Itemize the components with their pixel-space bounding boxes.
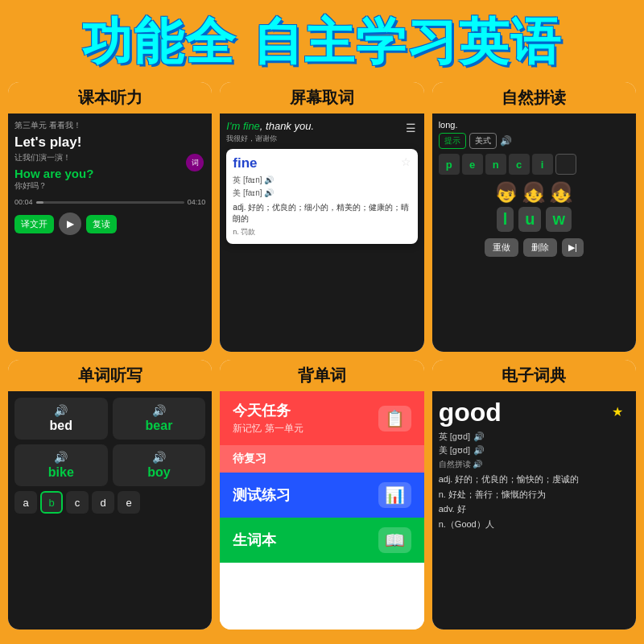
- progress-fill: [36, 201, 43, 204]
- ziran-kids: 👦 👧 👧: [439, 181, 630, 204]
- beidan-vocab-icon: 📖: [378, 527, 411, 553]
- beidan-today-content: 今天任务 新记忆 第一单元: [233, 401, 303, 436]
- keben-line2-cn: 你好吗？: [14, 180, 205, 192]
- keben-progress: 00:04 04:10: [14, 198, 205, 206]
- keben-line1-cn: 让我们演一演！: [14, 152, 205, 163]
- ziran-style-btn[interactable]: 美式: [469, 133, 497, 149]
- progress-bar: [36, 201, 184, 204]
- letter-c: c: [509, 154, 530, 175]
- letter-i: i: [532, 154, 553, 175]
- word-grid: 🔊 bed 🔊 bear 🔊 bike 🔊 boy: [14, 398, 205, 486]
- kid-3: 👧: [549, 181, 573, 204]
- ziran-top-buttons: 提示 美式 🔊: [439, 133, 630, 149]
- keben-btn-translate[interactable]: 译文开: [14, 215, 54, 233]
- beidan-item-today[interactable]: 今天任务 新记忆 第一单元 📋: [220, 391, 423, 445]
- card-ziran: 自然拼读 long. 提示 美式 🔊 p e n c i 👦 👧 👧: [432, 82, 636, 352]
- ziran-redo-btn[interactable]: 重做: [485, 238, 518, 257]
- alpha-b[interactable]: b: [40, 491, 63, 514]
- popup-word: fine: [233, 155, 411, 171]
- beidan-today-label: 今天任务: [233, 401, 303, 420]
- ziran-char-u[interactable]: u: [518, 207, 541, 232]
- word-btn-bed[interactable]: 🔊 bed: [14, 398, 108, 440]
- word-btn-bear[interactable]: 🔊 bear: [113, 398, 206, 440]
- card-keben: 课本听力 第三单元 看看我！ Let's play! 让我们演一演！ How a…: [8, 82, 212, 352]
- ziran-top-text: long.: [439, 120, 630, 130]
- ziran-hint-btn[interactable]: 提示: [439, 133, 466, 149]
- speaker-icon-boy: 🔊: [152, 451, 166, 464]
- speaker-icon-bike: 🔊: [54, 451, 68, 464]
- pingmu-popup: ☆ fine 英 [faɪn] 🔊 美 [faɪn] 🔊 adj. 好的；优良的…: [226, 149, 417, 244]
- card-pingmu-title: 屏幕取词: [220, 82, 423, 114]
- card-pingmu: 屏幕取词 ☰ I'm fine, thank you. 我很好，谢谢你 ☆ fi…: [220, 82, 423, 352]
- dict-speaker-uk: 🔊: [473, 431, 485, 442]
- speaker-icon-bed: 🔊: [54, 404, 68, 417]
- card-danci: 单词听写 🔊 bed 🔊 bear 🔊 bike 🔊 boy: [8, 360, 212, 630]
- beidan-item-test[interactable]: 测试练习 📊: [220, 473, 423, 518]
- popup-def1: adj. 好的；优良的；细小的，精美的；健康的；晴朗的: [233, 202, 411, 225]
- card-danci-title: 单词听写: [8, 360, 212, 391]
- card-dianzi-body: ★ good 英 [gʊd] 🔊 美 [gʊd] 🔊 自然拼读 🔊 adj. 好…: [432, 391, 636, 630]
- word-btn-boy[interactable]: 🔊 boy: [113, 444, 206, 486]
- keben-btn-play[interactable]: ▶: [59, 213, 81, 235]
- ziran-delete-btn[interactable]: 删除: [523, 238, 557, 257]
- ziran-chars: l u w: [439, 207, 630, 232]
- card-keben-title: 课本听力: [8, 82, 212, 114]
- word-text-bike: bike: [48, 465, 74, 480]
- beidan-review-label: 待复习: [233, 452, 266, 466]
- keben-time-current: 00:04: [14, 198, 33, 206]
- keben-controls: 译文开 ▶ 复读: [14, 213, 205, 235]
- letter-empty: [555, 154, 576, 175]
- alpha-e[interactable]: e: [118, 491, 140, 514]
- letter-p: p: [439, 154, 460, 175]
- beidan-test-label: 测试练习: [233, 485, 291, 505]
- ziran-next-btn[interactable]: ▶|: [562, 238, 584, 257]
- keben-btn-repeat[interactable]: 复读: [86, 215, 117, 233]
- speaker-icon-bear: 🔊: [152, 404, 166, 417]
- dict-def1: adj. 好的；优良的；愉快的；虔诚的: [439, 473, 630, 486]
- word-btn-bike[interactable]: 🔊 bike: [14, 444, 108, 486]
- card-beidan: 背单词 今天任务 新记忆 第一单元 📋 待复习 测试练习 📊 生词本 📖: [220, 360, 423, 630]
- page-title: 功能全 自主学习英语: [82, 14, 561, 69]
- card-danci-body: 🔊 bed 🔊 bear 🔊 bike 🔊 boy a b: [8, 391, 212, 630]
- pingmu-sentence: I'm fine, thank you.: [226, 120, 417, 132]
- dict-word: good: [439, 398, 630, 427]
- letter-e: e: [462, 154, 483, 175]
- alpha-d[interactable]: d: [92, 491, 114, 514]
- word-text-bed: bed: [50, 419, 72, 433]
- ziran-char-w[interactable]: w: [546, 207, 572, 232]
- popup-star-icon: ☆: [401, 155, 411, 168]
- beidan-item-review[interactable]: 待复习: [220, 445, 423, 473]
- keben-line1: Let's play!: [14, 134, 205, 151]
- card-dianzi-title: 电子词典: [432, 360, 636, 391]
- dict-natural-label: 自然拼读 🔊: [439, 459, 630, 470]
- card-dianzi: 电子词典 ★ good 英 [gʊd] 🔊 美 [gʊd] 🔊 自然拼读 🔊 a…: [432, 360, 636, 630]
- card-beidan-body: 今天任务 新记忆 第一单元 📋 待复习 测试练习 📊 生词本 📖: [220, 391, 423, 630]
- card-keben-body: 第三单元 看看我！ Let's play! 让我们演一演！ How are yo…: [8, 114, 212, 352]
- alpha-row: a b c d e: [14, 491, 205, 514]
- ziran-controls: 重做 删除 ▶|: [439, 238, 630, 257]
- keben-time-total: 04:10: [188, 198, 206, 206]
- popup-phonetic-uk: 英 [faɪn] 🔊: [233, 175, 411, 186]
- beidan-test-icon: 📊: [378, 482, 411, 508]
- pingmu-cn: 我很好，谢谢你: [226, 134, 417, 144]
- alpha-a[interactable]: a: [14, 491, 37, 514]
- beidan-today-icon: 📋: [378, 406, 411, 431]
- dict-speaker-us: 🔊: [473, 445, 485, 456]
- alpha-c[interactable]: c: [66, 491, 89, 514]
- card-ziran-body: long. 提示 美式 🔊 p e n c i 👦 👧 👧 l u: [432, 114, 636, 352]
- letter-n: n: [485, 154, 506, 175]
- dict-phonetic-us: 美 [gʊd] 🔊: [439, 444, 630, 456]
- card-beidan-title: 背单词: [220, 360, 423, 391]
- card-ziran-title: 自然拼读: [432, 82, 636, 114]
- popup-phonetic-us: 美 [faɪn] 🔊: [233, 188, 411, 199]
- beidan-item-vocab[interactable]: 生词本 📖: [220, 518, 423, 563]
- popup-def2: n. 罚款: [233, 227, 411, 237]
- ziran-letter-row: p e n c i: [439, 154, 630, 175]
- ziran-char-l[interactable]: l: [497, 207, 514, 232]
- card-pingmu-body: ☰ I'm fine, thank you. 我很好，谢谢你 ☆ fine 英 …: [220, 114, 423, 352]
- dict-def3: adv. 好: [439, 502, 630, 516]
- beidan-vocab-label: 生词本: [233, 530, 276, 550]
- ziran-speaker-icon: 🔊: [500, 135, 512, 147]
- keben-top-label: 第三单元 看看我！: [14, 120, 205, 131]
- dict-def4: n.（Good）人: [439, 518, 630, 531]
